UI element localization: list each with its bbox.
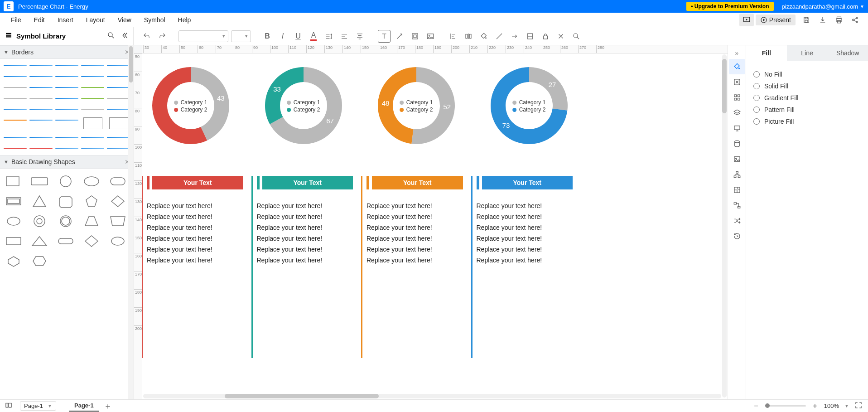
fill-option-pattern-fill[interactable]: Pattern Fill (753, 106, 861, 113)
border-swatch[interactable] (107, 134, 130, 141)
save-icon[interactable] (798, 14, 815, 26)
rail-history-icon[interactable] (729, 228, 745, 244)
collapse-left-panel-icon[interactable] (121, 31, 129, 41)
expand-right-panel-icon[interactable]: » (728, 47, 746, 59)
column-text-line[interactable]: Replace your text here! (147, 213, 243, 220)
section-borders-header[interactable]: ▼ Borders ✕ (0, 45, 134, 59)
slideshow-icon[interactable] (739, 14, 754, 26)
border-swatch[interactable] (55, 73, 78, 80)
shape-swatch[interactable] (29, 254, 49, 268)
zoom-out-button[interactable]: − (752, 402, 760, 410)
fullscreen-icon[interactable] (854, 401, 863, 411)
shape-swatch[interactable] (4, 194, 24, 208)
border-swatch[interactable] (55, 106, 78, 112)
section-shapes-header[interactable]: ▼ Basic Drawing Shapes ✕ (0, 155, 134, 169)
menu-help[interactable]: Help (172, 15, 198, 25)
column-header[interactable]: Your Text (477, 176, 573, 189)
menu-symbol[interactable]: Symbol (138, 15, 172, 25)
rail-image-icon[interactable] (729, 151, 745, 167)
canvas-horizontal-scrollbar[interactable] (143, 394, 721, 398)
donut-chart[interactable]: 43Category 1Category 2 (147, 63, 234, 149)
border-swatch[interactable] (4, 145, 27, 151)
column-body[interactable]: Replace your text here!Replace your text… (147, 202, 243, 264)
border-swatch[interactable] (107, 106, 130, 112)
border-swatch[interactable] (55, 117, 78, 123)
canvas-area[interactable]: 3040506070809010011012013014015016017018… (134, 45, 728, 399)
column-header[interactable]: Your Text (147, 176, 243, 189)
column-text-line[interactable]: Replace your text here! (147, 202, 243, 209)
border-swatch[interactable] (55, 84, 78, 91)
border-swatch[interactable] (29, 145, 53, 151)
column-text-line[interactable]: Replace your text here! (147, 235, 243, 242)
border-swatch[interactable] (81, 106, 104, 112)
border-swatch[interactable] (29, 73, 53, 80)
border-swatch[interactable] (4, 117, 27, 123)
rail-hierarchy-icon[interactable] (729, 167, 745, 182)
shape-swatch[interactable] (82, 194, 101, 208)
border-swatch[interactable] (29, 134, 53, 141)
rail-fill-icon[interactable] (729, 59, 745, 74)
tab-fill[interactable]: Fill (746, 45, 787, 61)
page-tab-active[interactable]: Page-1 (69, 400, 99, 412)
download-icon[interactable] (815, 14, 831, 26)
border-swatch[interactable] (107, 84, 130, 91)
rail-grid-icon[interactable] (729, 90, 745, 105)
shape-swatch[interactable] (29, 234, 49, 248)
menu-edit[interactable]: Edit (28, 15, 51, 25)
rail-floorplan-icon[interactable] (729, 182, 745, 198)
border-swatch[interactable] (81, 63, 104, 69)
line-style-icon[interactable] (493, 30, 506, 43)
rail-style-icon[interactable] (729, 74, 745, 90)
shape-swatch[interactable] (108, 234, 128, 248)
menu-view[interactable]: View (111, 15, 138, 25)
border-swatch[interactable] (81, 73, 104, 80)
shape-swatch[interactable] (108, 214, 128, 228)
print-icon[interactable] (831, 14, 847, 26)
underline-icon[interactable]: U (292, 30, 304, 43)
border-swatch[interactable] (55, 134, 78, 141)
font-color-icon[interactable]: A (307, 30, 320, 43)
column-text-line[interactable]: Replace your text here! (257, 224, 353, 231)
menu-file[interactable]: File (5, 15, 28, 25)
text-column[interactable]: Your TextReplace your text here!Replace … (257, 176, 353, 267)
zoom-in-button[interactable]: + (811, 402, 819, 410)
rail-layers-icon[interactable] (729, 105, 745, 121)
fill-option-gradient-fill[interactable]: Gradient Fill (753, 94, 861, 102)
rail-data-icon[interactable] (729, 136, 745, 151)
shape-swatch[interactable] (82, 214, 101, 228)
chevron-down-icon[interactable]: ▼ (844, 403, 849, 408)
fill-option-picture-fill[interactable]: Picture Fill (753, 118, 861, 125)
shape-swatch[interactable] (56, 214, 76, 228)
font-size-select[interactable]: ▾ (231, 30, 251, 42)
donut-chart[interactable]: 5248Category 1Category 2 (372, 63, 460, 149)
border-swatch[interactable] (81, 84, 104, 91)
undo-icon[interactable] (140, 30, 153, 43)
shape-swatch[interactable] (29, 194, 49, 208)
lock-icon[interactable] (539, 30, 552, 43)
column-text-line[interactable]: Replace your text here! (477, 246, 573, 253)
shape-swatch[interactable] (4, 214, 24, 228)
column-text-line[interactable]: Replace your text here! (257, 213, 353, 220)
zoom-level-label[interactable]: 100% (824, 402, 839, 409)
align-horizontal-icon[interactable] (338, 30, 351, 43)
account-email[interactable]: pizzaandparatha@gmail.com (782, 3, 858, 10)
column-text-line[interactable]: Replace your text here! (477, 213, 573, 220)
shape-swatch[interactable] (4, 234, 24, 248)
shape-swatch[interactable] (56, 174, 76, 189)
border-swatch[interactable] (55, 145, 78, 151)
border-swatch[interactable] (29, 63, 53, 69)
border-swatch[interactable] (55, 63, 78, 69)
shape-swatch[interactable] (29, 214, 49, 228)
fill-option-solid-fill[interactable]: Solid Fill (753, 82, 861, 90)
column-body[interactable]: Replace your text here!Replace your text… (477, 202, 573, 264)
left-scrollbar[interactable] (128, 45, 134, 399)
border-swatch[interactable] (81, 95, 104, 102)
shape-swatch[interactable] (82, 234, 101, 248)
column-text-line[interactable]: Replace your text here! (366, 257, 463, 264)
shape-swatch[interactable] (108, 174, 128, 189)
rail-flow-icon[interactable] (729, 198, 745, 213)
border-swatch[interactable] (4, 134, 27, 141)
column-text-line[interactable]: Replace your text here! (366, 235, 463, 242)
shape-swatch[interactable] (4, 174, 24, 189)
canvas-vertical-scrollbar[interactable] (722, 54, 727, 397)
